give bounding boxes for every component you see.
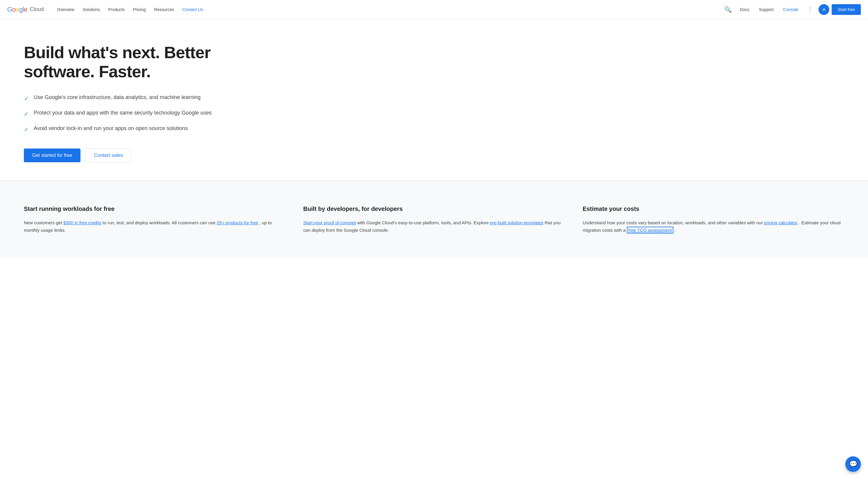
hero-actions: Get started for free Contact sales	[24, 148, 244, 162]
check-icon-3: ✓	[24, 125, 29, 134]
feature-desc-1-text-2: to run, test, and deploy workloads. All …	[102, 220, 217, 225]
google-logo: Google	[7, 6, 27, 13]
feature-desc-3: Understand how your costs vary based on …	[583, 219, 844, 234]
feature-desc-2-text-1: with Google Cloud's easy-to-use platform…	[357, 220, 490, 225]
search-icon: 🔍	[724, 6, 732, 13]
nav-pricing[interactable]: Pricing	[129, 5, 149, 14]
hero-feature-2: ✓ Protect your data and apps with the sa…	[24, 109, 244, 118]
hero-features-list: ✓ Use Google's core infrastructure, data…	[24, 93, 244, 134]
start-free-button[interactable]: Start free	[832, 4, 861, 15]
avatar[interactable]: A	[818, 4, 829, 15]
tco-assessment-link[interactable]: free TCO assessment	[627, 227, 673, 234]
hero-section: Build what's next. Better software. Fast…	[0, 19, 268, 180]
nav-products[interactable]: Products	[104, 5, 128, 14]
hero-feature-text-1: Use Google's core infrastructure, data a…	[34, 93, 200, 101]
feature-title-1: Start running workloads for free	[24, 205, 285, 213]
hero-feature-3: ✓ Avoid vendor lock-in and run your apps…	[24, 124, 244, 134]
more-options-button[interactable]: ⋮	[804, 4, 816, 16]
solution-templates-link[interactable]: pre-built solution templates	[490, 220, 544, 225]
free-credits-link[interactable]: $300 in free credits	[63, 220, 102, 225]
check-icon-2: ✓	[24, 110, 29, 118]
feature-desc-1-text-1: New customers get	[24, 220, 63, 225]
hero-feature-text-3: Avoid vendor lock-in and run your apps o…	[34, 124, 188, 132]
feature-card-1: Start running workloads for free New cus…	[24, 205, 285, 234]
navbar-right: 🔍 Docs Support Console ⋮ A Start free	[722, 4, 861, 16]
feature-title-2: Built by developers, for developers	[303, 205, 564, 213]
get-started-button[interactable]: Get started for free	[24, 149, 81, 162]
navbar: Google Cloud Overview Solutions Products…	[0, 0, 868, 19]
feature-desc-2: Start your proof of concept with Google …	[303, 219, 564, 234]
feature-card-2: Built by developers, for developers Star…	[303, 205, 564, 234]
cloud-logo-text: Cloud	[30, 6, 44, 12]
more-options-icon: ⋮	[807, 6, 813, 13]
console-link[interactable]: Console	[779, 5, 802, 14]
contact-sales-button[interactable]: Contact sales	[85, 148, 131, 162]
support-link[interactable]: Support	[755, 5, 777, 14]
docs-link[interactable]: Docs	[736, 5, 753, 14]
features-section: Start running workloads for free New cus…	[0, 181, 868, 258]
logo-link[interactable]: Google Cloud	[7, 6, 44, 13]
nav-solutions[interactable]: Solutions	[79, 5, 103, 14]
hero-feature-text-2: Protect your data and apps with the same…	[34, 109, 212, 117]
hero-feature-1: ✓ Use Google's core infrastructure, data…	[24, 93, 244, 103]
nav-overview[interactable]: Overview	[53, 5, 78, 14]
feature-desc-1: New customers get $300 in free credits t…	[24, 219, 285, 234]
nav-menu: Overview Solutions Products Pricing Reso…	[53, 5, 722, 14]
nav-resources[interactable]: Resources	[151, 5, 178, 14]
feature-desc-3-text-3: .	[675, 228, 676, 233]
check-icon-1: ✓	[24, 94, 29, 103]
nav-contact-us[interactable]: Contact Us	[179, 5, 207, 14]
proof-of-concept-link[interactable]: Start your proof of concept	[303, 220, 356, 225]
feature-card-3: Estimate your costs Understand how your …	[583, 205, 844, 234]
feature-desc-3-text-1: Understand how your costs vary based on …	[583, 220, 764, 225]
pricing-calculator-link[interactable]: pricing calculator	[764, 220, 798, 225]
hero-title: Build what's next. Better software. Fast…	[24, 43, 244, 82]
search-button[interactable]: 🔍	[722, 4, 734, 16]
feature-title-3: Estimate your costs	[583, 205, 844, 213]
features-grid: Start running workloads for free New cus…	[24, 205, 844, 234]
free-products-link[interactable]: 25+ products for free	[217, 220, 258, 225]
